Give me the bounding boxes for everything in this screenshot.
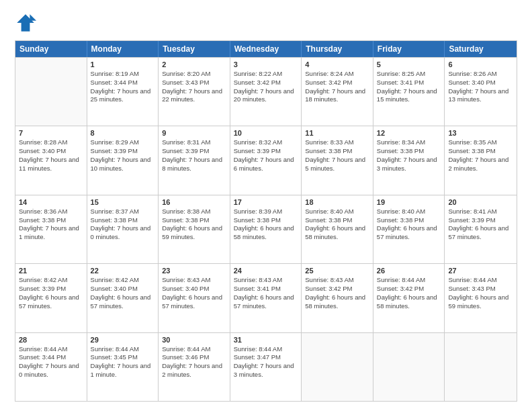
logo	[15, 12, 38, 34]
svg-marker-1	[30, 14, 36, 21]
day-number: 14	[19, 198, 83, 206]
cal-cell	[445, 333, 517, 401]
day-number: 30	[162, 336, 226, 344]
cal-cell: 15Sunrise: 8:37 AMSunset: 3:38 PMDayligh…	[87, 195, 159, 263]
day-number: 18	[305, 198, 369, 206]
day-number: 29	[91, 336, 155, 344]
day-number: 21	[19, 267, 83, 275]
day-number: 8	[91, 129, 155, 137]
cal-cell: 18Sunrise: 8:40 AMSunset: 3:38 PMDayligh…	[302, 195, 373, 263]
cal-cell: 21Sunrise: 8:42 AMSunset: 3:39 PMDayligh…	[15, 264, 87, 332]
cal-cell: 2Sunrise: 8:20 AMSunset: 3:43 PMDaylight…	[159, 58, 230, 126]
day-info: Sunrise: 8:44 AMSunset: 3:44 PMDaylight:…	[19, 345, 83, 379]
cal-cell: 23Sunrise: 8:43 AMSunset: 3:40 PMDayligh…	[159, 264, 230, 332]
day-number: 16	[162, 198, 226, 206]
day-number: 9	[162, 129, 226, 137]
day-info: Sunrise: 8:35 AMSunset: 3:38 PMDaylight:…	[448, 138, 513, 173]
calendar: SundayMondayTuesdayWednesdayThursdayFrid…	[15, 40, 517, 402]
cal-cell: 24Sunrise: 8:43 AMSunset: 3:41 PMDayligh…	[230, 264, 302, 332]
header	[15, 12, 517, 34]
day-number: 24	[234, 267, 298, 275]
cal-cell	[373, 333, 445, 401]
calendar-header-row: SundayMondayTuesdayWednesdayThursdayFrid…	[15, 41, 517, 57]
day-info: Sunrise: 8:44 AMSunset: 3:46 PMDaylight:…	[162, 345, 226, 379]
day-info: Sunrise: 8:44 AMSunset: 3:47 PMDaylight:…	[234, 345, 298, 379]
cal-cell: 4Sunrise: 8:24 AMSunset: 3:42 PMDaylight…	[302, 58, 373, 126]
day-info: Sunrise: 8:34 AMSunset: 3:38 PMDaylight:…	[377, 138, 441, 173]
day-info: Sunrise: 8:42 AMSunset: 3:39 PMDaylight:…	[19, 276, 83, 310]
cal-cell: 7Sunrise: 8:28 AMSunset: 3:40 PMDaylight…	[15, 126, 87, 194]
cal-week-row: 28Sunrise: 8:44 AMSunset: 3:44 PMDayligh…	[15, 332, 517, 401]
cal-week-row: 21Sunrise: 8:42 AMSunset: 3:39 PMDayligh…	[15, 263, 517, 332]
day-info: Sunrise: 8:29 AMSunset: 3:39 PMDaylight:…	[91, 138, 155, 173]
cal-header-cell: Saturday	[445, 41, 517, 57]
day-info: Sunrise: 8:32 AMSunset: 3:39 PMDaylight:…	[234, 138, 298, 173]
cal-header-cell: Monday	[87, 41, 159, 57]
day-number: 3	[234, 60, 298, 68]
cal-cell: 5Sunrise: 8:25 AMSunset: 3:41 PMDaylight…	[373, 58, 445, 126]
day-info: Sunrise: 8:40 AMSunset: 3:38 PMDaylight:…	[377, 208, 441, 242]
day-info: Sunrise: 8:44 AMSunset: 3:42 PMDaylight:…	[377, 276, 441, 310]
day-number: 7	[19, 129, 83, 137]
day-number: 11	[305, 129, 369, 137]
cal-cell: 28Sunrise: 8:44 AMSunset: 3:44 PMDayligh…	[15, 333, 87, 401]
day-number: 20	[448, 198, 513, 206]
cal-cell: 26Sunrise: 8:44 AMSunset: 3:42 PMDayligh…	[373, 264, 445, 332]
day-number: 31	[234, 336, 298, 344]
cal-header-cell: Tuesday	[159, 41, 230, 57]
day-number: 17	[234, 198, 298, 206]
cal-cell: 16Sunrise: 8:38 AMSunset: 3:38 PMDayligh…	[159, 195, 230, 263]
day-info: Sunrise: 8:39 AMSunset: 3:38 PMDaylight:…	[234, 208, 298, 242]
cal-cell: 25Sunrise: 8:43 AMSunset: 3:42 PMDayligh…	[302, 264, 373, 332]
cal-header-cell: Sunday	[15, 41, 87, 57]
day-number: 2	[162, 60, 226, 68]
day-number: 5	[377, 60, 441, 68]
day-info: Sunrise: 8:44 AMSunset: 3:45 PMDaylight:…	[91, 345, 155, 379]
day-number: 12	[377, 129, 441, 137]
day-number: 23	[162, 267, 226, 275]
day-number: 15	[91, 198, 155, 206]
cal-cell: 6Sunrise: 8:26 AMSunset: 3:40 PMDaylight…	[445, 58, 517, 126]
day-info: Sunrise: 8:43 AMSunset: 3:41 PMDaylight:…	[234, 276, 298, 310]
day-number: 28	[19, 336, 83, 344]
day-number: 6	[448, 60, 513, 68]
day-number: 13	[448, 129, 513, 137]
cal-cell: 8Sunrise: 8:29 AMSunset: 3:39 PMDaylight…	[87, 126, 159, 194]
day-info: Sunrise: 8:28 AMSunset: 3:40 PMDaylight:…	[19, 138, 83, 173]
day-info: Sunrise: 8:19 AMSunset: 3:44 PMDaylight:…	[91, 70, 155, 104]
day-info: Sunrise: 8:40 AMSunset: 3:38 PMDaylight:…	[305, 208, 369, 242]
day-number: 10	[234, 129, 298, 137]
day-number: 22	[91, 267, 155, 275]
day-info: Sunrise: 8:26 AMSunset: 3:40 PMDaylight:…	[448, 70, 513, 104]
day-info: Sunrise: 8:44 AMSunset: 3:43 PMDaylight:…	[448, 276, 513, 310]
cal-cell: 13Sunrise: 8:35 AMSunset: 3:38 PMDayligh…	[445, 126, 517, 194]
cal-header-cell: Thursday	[302, 41, 373, 57]
cal-cell: 27Sunrise: 8:44 AMSunset: 3:43 PMDayligh…	[445, 264, 517, 332]
cal-week-row: 14Sunrise: 8:36 AMSunset: 3:38 PMDayligh…	[15, 195, 517, 263]
cal-cell: 12Sunrise: 8:34 AMSunset: 3:38 PMDayligh…	[373, 126, 445, 194]
cal-cell: 20Sunrise: 8:41 AMSunset: 3:39 PMDayligh…	[445, 195, 517, 263]
cal-cell: 10Sunrise: 8:32 AMSunset: 3:39 PMDayligh…	[230, 126, 302, 194]
cal-header-cell: Wednesday	[230, 41, 302, 57]
cal-cell: 1Sunrise: 8:19 AMSunset: 3:44 PMDaylight…	[87, 58, 159, 126]
cal-cell: 3Sunrise: 8:22 AMSunset: 3:42 PMDaylight…	[230, 58, 302, 126]
day-info: Sunrise: 8:33 AMSunset: 3:38 PMDaylight:…	[305, 138, 369, 173]
day-info: Sunrise: 8:22 AMSunset: 3:42 PMDaylight:…	[234, 70, 298, 104]
day-info: Sunrise: 8:37 AMSunset: 3:38 PMDaylight:…	[91, 208, 155, 242]
day-info: Sunrise: 8:25 AMSunset: 3:41 PMDaylight:…	[377, 70, 441, 104]
day-number: 25	[305, 267, 369, 275]
cal-cell	[15, 58, 87, 126]
day-info: Sunrise: 8:38 AMSunset: 3:38 PMDaylight:…	[162, 208, 226, 242]
day-info: Sunrise: 8:43 AMSunset: 3:40 PMDaylight:…	[162, 276, 226, 310]
day-info: Sunrise: 8:31 AMSunset: 3:39 PMDaylight:…	[162, 138, 226, 173]
day-info: Sunrise: 8:24 AMSunset: 3:42 PMDaylight:…	[305, 70, 369, 104]
cal-cell	[302, 333, 373, 401]
day-info: Sunrise: 8:43 AMSunset: 3:42 PMDaylight:…	[305, 276, 369, 310]
day-number: 27	[448, 267, 513, 275]
calendar-body: 1Sunrise: 8:19 AMSunset: 3:44 PMDaylight…	[15, 57, 517, 401]
cal-cell: 9Sunrise: 8:31 AMSunset: 3:39 PMDaylight…	[159, 126, 230, 194]
cal-header-cell: Friday	[373, 41, 445, 57]
cal-cell: 29Sunrise: 8:44 AMSunset: 3:45 PMDayligh…	[87, 333, 159, 401]
cal-week-row: 1Sunrise: 8:19 AMSunset: 3:44 PMDaylight…	[15, 57, 517, 126]
day-number: 19	[377, 198, 441, 206]
